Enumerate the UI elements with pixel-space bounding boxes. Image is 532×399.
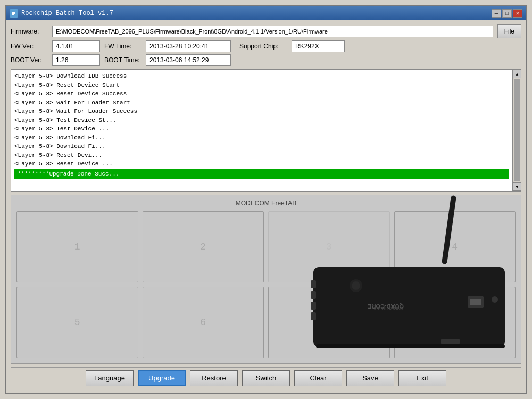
svg-rect-3 [12, 14, 14, 15]
log-line: <Layer 5-8> Download IDB Success [14, 72, 509, 81]
scroll-thumb[interactable] [514, 79, 520, 181]
titlebar-left: Rockchip Batch Tool v1.7 [10, 9, 113, 18]
fwtime-value: 2013-03-28 10:20:41 [146, 40, 231, 52]
fwver-value: 4.1.01 [52, 40, 100, 52]
log-line: <Layer 5-8> Reset Device Success [14, 89, 509, 98]
toolbar: Language Upgrade Restore Switch Clear Sa… [11, 367, 521, 388]
log-text: <Layer 5-8> Download IDB Success <Layer … [11, 70, 512, 181]
log-line: <Layer 5-8> Download Fi... [14, 134, 509, 143]
maximize-button[interactable]: □ [502, 9, 512, 18]
slot-1[interactable]: 1 [16, 211, 138, 282]
file-button[interactable]: File [497, 24, 521, 38]
slot-8[interactable]: 8 [394, 287, 516, 358]
content-area: Firmware: E:\MODECOM\FreeTAB_2096_PLUS\F… [6, 20, 526, 393]
log-line: <Layer 5-8> Wait For Loader Start [14, 98, 509, 107]
close-button[interactable]: ✕ [513, 9, 522, 18]
info-section: Firmware: E:\MODECOM\FreeTAB_2096_PLUS\F… [11, 24, 521, 66]
slot-7[interactable]: 7 [268, 287, 390, 358]
firmware-row: Firmware: E:\MODECOM\FreeTAB_2096_PLUS\F… [11, 24, 521, 38]
svg-rect-2 [12, 13, 15, 14]
clear-button[interactable]: Clear [294, 370, 342, 386]
device-label: MODECOM FreeTAB [236, 200, 296, 207]
log-line: <Layer 5-8> Reset Device ... [14, 160, 509, 169]
restore-button[interactable]: Restore [190, 370, 238, 386]
device-panel: MODECOM FreeTAB 1 2 3 4 5 6 7 8 [11, 195, 521, 364]
main-window: Rockchip Batch Tool v1.7 ─ □ ✕ Firmware:… [5, 5, 527, 394]
log-success-line: *********Upgrade Done Succ... [14, 169, 509, 180]
log-line: <Layer 5-8> Wait For Loader Success [14, 107, 509, 116]
minimize-button[interactable]: ─ [492, 9, 501, 18]
firmware-label: Firmware: [11, 28, 48, 35]
chip-value: RK292X [292, 40, 345, 52]
svg-rect-1 [12, 12, 15, 13]
save-button[interactable]: Save [346, 370, 394, 386]
upgrade-button[interactable]: Upgrade [138, 370, 186, 386]
log-line: <Layer 5-8> Reset Devi... [14, 151, 509, 160]
slot-4[interactable]: 4 [394, 211, 516, 282]
language-button[interactable]: Language [86, 370, 134, 386]
exit-button[interactable]: Exit [398, 370, 446, 386]
boottime-label: BOOT Time: [104, 56, 142, 64]
scroll-down-btn[interactable]: ▼ [513, 182, 521, 191]
fwver-row: FW Ver: 4.1.01 FW Time: 2013-03-28 10:20… [11, 40, 521, 52]
log-line: <Layer 5-8> Test Device St... [14, 116, 509, 125]
bootver-value: 1.26 [52, 54, 100, 66]
log-section: <Layer 5-8> Download IDB Success <Layer … [11, 69, 521, 192]
scroll-up-btn[interactable]: ▲ [513, 70, 521, 78]
bootver-label: BOOT Ver: [11, 56, 48, 64]
titlebar-controls: ─ □ ✕ [492, 9, 522, 18]
log-line: <Layer 5-8> Test Device ... [14, 124, 509, 134]
slot-3[interactable]: 3 [268, 211, 390, 282]
titlebar: Rockchip Batch Tool v1.7 ─ □ ✕ [6, 6, 526, 20]
bootver-row: BOOT Ver: 1.26 BOOT Time: 2013-03-06 14:… [11, 54, 521, 66]
log-line: <Layer 5-8> Reset Device Start [14, 81, 509, 90]
chip-label: Support Chip: [239, 43, 287, 50]
firmware-path: E:\MODECOM\FreeTAB_2096_PLUS\Firmware\Bl… [52, 26, 493, 37]
app-icon [10, 9, 18, 18]
slot-6[interactable]: 6 [143, 287, 264, 358]
switch-button[interactable]: Switch [242, 370, 290, 386]
log-scrollbar[interactable]: ▲ ▼ [512, 70, 521, 191]
slot-5[interactable]: 5 [16, 287, 138, 358]
fwtime-label: FW Time: [104, 43, 142, 50]
slot-2[interactable]: 2 [143, 211, 264, 282]
log-line: <Layer 5-8> Download Fi... [14, 142, 509, 151]
fwver-label: FW Ver: [11, 43, 48, 50]
window-title: Rockchip Batch Tool v1.7 [21, 10, 113, 17]
slot-grid: 1 2 3 4 5 6 7 8 [16, 211, 516, 358]
boottime-value: 2013-03-06 14:52:29 [146, 54, 231, 66]
